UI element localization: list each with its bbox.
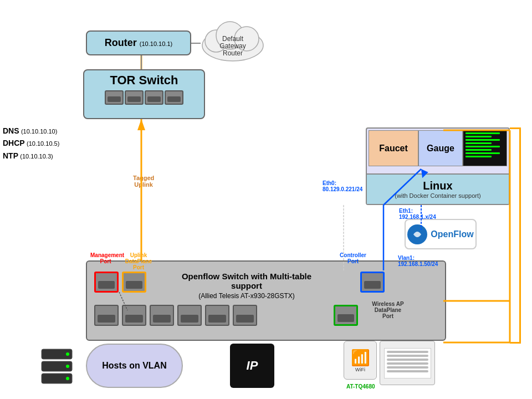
uplink-dataplane-port: [122, 272, 146, 293]
tor-port-2: [125, 90, 144, 105]
wifi-text: WiFi: [355, 367, 365, 372]
gateway-cloud: Default Gateway Router: [197, 12, 269, 62]
ntp-ip: (10.10.10.3): [20, 153, 53, 160]
svg-marker-16: [137, 119, 145, 130]
controller-port: [360, 272, 385, 293]
hosts-cloud-label: Hosts on VLAN: [102, 361, 166, 371]
gauge-box: Gauge: [418, 130, 463, 166]
eth1-label: Eth1:192.168.1.x/24: [399, 208, 436, 220]
ip-icon: IP: [230, 344, 274, 388]
terminal-line-6: [466, 149, 492, 151]
tor-port-3: [145, 90, 163, 105]
terminal-line-4: [466, 142, 492, 144]
svg-text:Router: Router: [223, 49, 243, 57]
dhcp-entry: DHCP (10.10.10.5): [3, 137, 91, 149]
svg-text:Default: Default: [222, 35, 244, 43]
terminal-line-8: [466, 156, 492, 157]
tagged-uplink-label: TaggedUplink: [133, 175, 154, 188]
terminal-line-3: [466, 139, 500, 141]
wifi-device-line-3: [387, 359, 428, 361]
network-diagram: Default Gateway Router Router (10.10.10.…: [0, 0, 532, 399]
of-switch-main-label: Openflow Switch with Multi-table support: [182, 272, 311, 290]
openflow-text: OpenFlow: [431, 229, 473, 239]
wifi-device-line-6: [387, 370, 428, 372]
wireless-ap-port-label: Wireless APDataPlanePort: [363, 301, 413, 319]
dns-label: DNS: [3, 126, 19, 135]
management-port: [94, 272, 119, 293]
router-box: Router (10.10.10.1): [86, 30, 191, 55]
dhcp-label: DHCP: [3, 139, 25, 147]
of-switch-sub-label: (Allied Telesis AT-x930-28GSTX): [198, 292, 295, 300]
wifi-device-inner: [384, 348, 431, 378]
controller-port-label: ControllerPort: [334, 252, 372, 264]
management-port-label: ManagementPort: [90, 252, 121, 264]
openflow-circle: [407, 224, 427, 244]
of-switch-port-row2: [93, 304, 258, 327]
tor-port-row: [104, 90, 184, 105]
terminal-box: [463, 130, 507, 166]
dns-entry: DNS (10.10.10.10): [3, 125, 91, 137]
gauge-label: Gauge: [427, 144, 454, 154]
hosts-cloud: Hosts on VLAN: [86, 344, 183, 388]
svg-point-13: [66, 377, 69, 380]
linux-title: Linux: [423, 180, 452, 192]
linux-label-area: Linux (with Docker Container support): [367, 173, 509, 204]
of-switch-port-row1: [93, 270, 147, 294]
ntp-label: NTP: [3, 151, 18, 160]
wifi-device-line-5: [387, 366, 428, 369]
wifi-device-line-2: [387, 355, 428, 357]
printer-icon-area: [39, 346, 75, 385]
dns-dhcp-ntp-box: DNS (10.10.10.10) DHCP (10.10.10.5) NTP …: [3, 125, 91, 162]
wifi-device-line-1: [387, 351, 428, 353]
of-port-6: [233, 305, 257, 326]
controller-port-container: [359, 270, 386, 296]
of-port-2: [122, 305, 146, 326]
linux-sub: (with Docker Container support): [395, 192, 480, 199]
uplink-port-label: Uplink DataPlanePort: [119, 252, 158, 270]
terminal-line-5: [466, 146, 500, 147]
dhcp-ip: (10.10.10.5): [27, 140, 59, 147]
router-label: Router (10.10.10.1): [105, 37, 172, 49]
tor-switch-box: TOR Switch: [83, 69, 205, 119]
wifi-device: [380, 341, 435, 385]
svg-point-11: [66, 352, 69, 356]
wifi-icon-box: 📶 WiFi: [344, 341, 377, 380]
wifi-device-line-4: [387, 362, 428, 365]
terminal-line-2: [466, 136, 492, 137]
terminal-line-7: [466, 152, 500, 154]
faucet-box: Faucet: [369, 130, 418, 166]
terminal-line-1: [466, 132, 500, 134]
openflow-switch-label: Openflow Switch with Multi-table support…: [166, 272, 327, 300]
faucet-label: Faucet: [379, 144, 408, 154]
at-label: AT-TQ4680: [346, 383, 375, 390]
tor-switch-label: TOR Switch: [110, 73, 178, 88]
vlan1-label: Vlan1:192.168.1.50/24: [398, 255, 438, 267]
svg-point-12: [66, 365, 69, 368]
of-port-3: [150, 305, 174, 326]
right-bracket: [510, 127, 521, 344]
tor-port-4: [165, 90, 183, 105]
wireless-ap-port: [334, 305, 358, 326]
of-port-4: [177, 305, 202, 326]
of-port-1: [94, 305, 119, 326]
wifi-symbol: 📶: [351, 349, 370, 367]
tor-port-1: [105, 90, 124, 105]
dns-ip: (10.10.10.10): [21, 128, 57, 135]
of-port-5: [205, 305, 229, 326]
eth0-label: Eth0:80.129.0.221/24: [323, 180, 362, 192]
svg-text:Gateway: Gateway: [219, 42, 245, 50]
wireless-ap-port-container: [332, 304, 359, 329]
openflow-logo: OpenFlow: [405, 219, 477, 249]
ntp-entry: NTP (10.10.10.3): [3, 150, 91, 162]
